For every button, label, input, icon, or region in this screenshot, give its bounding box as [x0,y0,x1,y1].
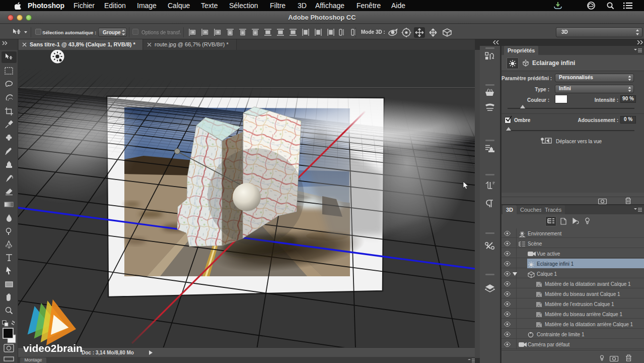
svg-text:video2brain: video2brain [23,342,83,354]
